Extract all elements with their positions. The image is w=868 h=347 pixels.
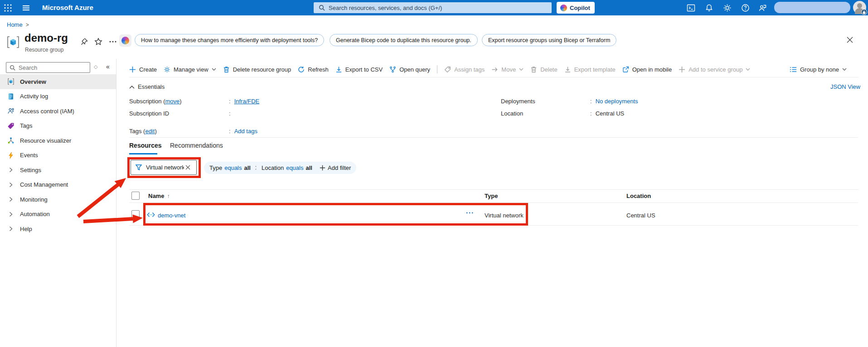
hamburger-menu-icon[interactable] xyxy=(22,4,30,12)
chevron-down-icon xyxy=(746,67,750,72)
azure-portal-window: Microsoft Azure Copilot Home > xyxy=(0,0,868,347)
select-all-checkbox[interactable] xyxy=(131,192,140,200)
active-tab-underline xyxy=(129,153,157,154)
move-link[interactable]: move xyxy=(165,98,179,105)
essentials-toggle[interactable]: Essentials xyxy=(129,83,165,90)
essentials-row-subscription: Subscription (move) : Infra/FDE xyxy=(129,98,259,106)
resource-visualizer-icon xyxy=(7,137,15,144)
export-template-button[interactable]: Export template xyxy=(564,66,616,73)
chevron-right-icon xyxy=(7,196,15,203)
essentials-row-deployments: Deployments : No deployments xyxy=(501,98,638,106)
lock-badge-icon xyxy=(861,9,867,15)
sidebar-group-automation[interactable]: Automation xyxy=(0,207,116,222)
row-checkbox[interactable] xyxy=(131,210,140,218)
page-subtitle: Resource group xyxy=(25,47,63,53)
sort-ascending-icon: ↑ xyxy=(167,193,170,199)
copilot-suggestion-chip[interactable]: Export resource groups using Bicep or Te… xyxy=(482,34,616,46)
edit-tags-link[interactable]: edit xyxy=(145,128,155,135)
add-tags-link[interactable]: Add tags xyxy=(234,128,257,136)
add-filter-button[interactable]: Add filter xyxy=(314,162,356,174)
column-header-location[interactable]: Location xyxy=(626,193,651,199)
gear-icon xyxy=(164,66,170,73)
resource-filter-search[interactable] xyxy=(131,160,197,175)
close-blade-icon[interactable] xyxy=(846,36,854,44)
copilot-icon xyxy=(560,5,567,11)
favorite-star-icon[interactable] xyxy=(94,38,102,46)
column-header-name[interactable]: Name↑ xyxy=(148,193,170,199)
chevron-right-icon xyxy=(7,181,15,188)
settings-gear-icon[interactable] xyxy=(723,4,732,12)
sidebar-collapse-icon[interactable]: « xyxy=(106,63,110,70)
subscription-id-label: Subscription ID xyxy=(129,110,229,118)
divider xyxy=(129,77,858,77)
activity-log-icon xyxy=(7,93,15,100)
copilot-suggestion-chip[interactable]: Generate Bicep code to duplicate this re… xyxy=(330,34,478,46)
export-to-csv-button[interactable]: Export to CSV xyxy=(335,66,383,73)
access-control-icon xyxy=(7,107,15,115)
group-list-icon xyxy=(790,66,797,73)
sidebar-item-access-control[interactable]: Access control (IAM) xyxy=(0,104,116,119)
notifications-icon[interactable] xyxy=(705,4,713,12)
tab-recommendations[interactable]: Recommendations xyxy=(170,142,223,149)
group-by-dropdown[interactable]: Group by none xyxy=(790,63,847,76)
copilot-suggestion-chip[interactable]: How to manage these changes more efficie… xyxy=(135,34,324,46)
refresh-button[interactable]: Refresh xyxy=(298,66,329,73)
brand-title[interactable]: Microsoft Azure xyxy=(42,0,93,15)
apps-grid-icon[interactable] xyxy=(4,4,12,12)
sidebar-item-overview[interactable]: Overview xyxy=(0,74,116,89)
manage-view-button[interactable]: Manage view xyxy=(164,66,216,73)
chevron-right-icon xyxy=(7,166,15,174)
deployments-value-link[interactable]: No deployments xyxy=(596,98,638,106)
delete-resource-group-button[interactable]: Delete resource group xyxy=(223,66,291,73)
assign-tags-button[interactable]: Assign tags xyxy=(444,66,485,73)
delete-button[interactable]: Delete xyxy=(530,66,558,73)
sidebar-group-cost-management[interactable]: Cost Management xyxy=(0,178,116,193)
divider xyxy=(129,189,858,190)
breadcrumb-separator: > xyxy=(26,22,29,28)
move-button[interactable]: Move xyxy=(491,66,524,73)
deployments-label: Deployments xyxy=(501,98,590,106)
create-button[interactable]: Create xyxy=(129,66,157,73)
sidebar-item-tags[interactable]: Tags xyxy=(0,119,116,134)
sidebar-item-resource-visualizer[interactable]: Resource visualizer xyxy=(0,133,116,148)
pin-icon[interactable] xyxy=(80,38,88,46)
filter-funnel-icon xyxy=(136,164,142,170)
open-query-button[interactable]: Open query xyxy=(389,66,430,73)
global-search-input[interactable] xyxy=(329,5,537,11)
sidebar-group-help[interactable]: Help xyxy=(0,222,116,236)
open-in-mobile-button[interactable]: Open in mobile xyxy=(622,66,672,73)
filter-search-input[interactable] xyxy=(146,164,184,171)
feedback-icon[interactable] xyxy=(758,4,767,12)
subscription-value-link[interactable]: Infra/FDE xyxy=(234,98,260,106)
breadcrumb-home-link[interactable]: Home xyxy=(7,21,23,28)
sidebar-search-input[interactable] xyxy=(19,64,82,71)
sidebar-group-settings[interactable]: Settings xyxy=(0,163,116,178)
redacted-account-info xyxy=(774,2,850,13)
help-icon[interactable] xyxy=(741,4,750,12)
tab-resources[interactable]: Resources xyxy=(129,142,162,149)
more-menu-icon[interactable] xyxy=(109,38,117,46)
subscription-label: Subscription (move) xyxy=(129,98,229,106)
row-context-menu[interactable]: ··· xyxy=(466,209,474,217)
copilot-button[interactable]: Copilot xyxy=(557,2,595,14)
plus-icon xyxy=(679,66,685,73)
clear-filter-icon[interactable] xyxy=(185,164,191,170)
virtual-network-icon xyxy=(147,211,155,219)
sidebar-item-events[interactable]: Events xyxy=(0,148,116,163)
copilot-label: Copilot xyxy=(570,5,590,11)
add-to-service-group-button[interactable]: Add to service group xyxy=(679,66,750,73)
cloud-shell-icon[interactable] xyxy=(687,4,695,12)
sidebar-shortcut-icon[interactable]: ◇ xyxy=(94,64,97,70)
avatar[interactable] xyxy=(853,1,866,14)
json-view-link[interactable]: JSON View xyxy=(830,83,860,90)
chevron-down-icon xyxy=(519,67,524,72)
divider xyxy=(129,225,858,226)
global-search[interactable] xyxy=(314,2,552,13)
copilot-suggestions-icon[interactable] xyxy=(119,34,131,47)
column-header-type[interactable]: Type xyxy=(485,193,498,199)
sidebar-group-monitoring[interactable]: Monitoring xyxy=(0,192,116,207)
sidebar-search[interactable] xyxy=(6,62,90,73)
resource-name-link[interactable]: demo-vnet xyxy=(158,212,185,219)
sidebar-item-activity-log[interactable]: Activity log xyxy=(0,89,116,104)
overview-icon xyxy=(7,78,15,85)
